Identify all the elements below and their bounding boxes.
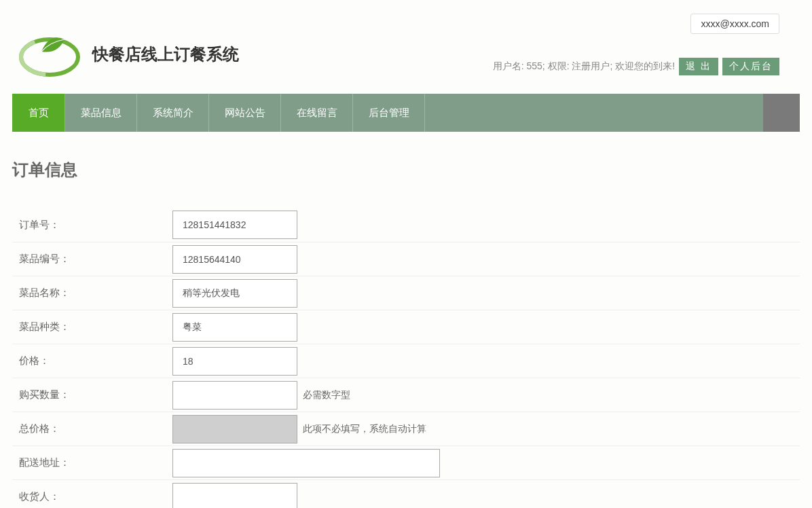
nav-home[interactable]: 首页 [12, 94, 65, 132]
label-price: 价格： [12, 355, 172, 367]
nav-site-notice[interactable]: 网站公告 [209, 94, 281, 132]
label-total: 总价格： [12, 422, 172, 435]
label-qty: 购买数量： [12, 388, 172, 401]
site-title: 快餐店线上订餐系统 [92, 43, 239, 65]
leaf-logo-icon [16, 27, 84, 81]
input-order-no[interactable] [172, 211, 297, 239]
input-receiver[interactable] [172, 483, 297, 509]
input-qty[interactable] [172, 381, 297, 410]
nav-online-message[interactable]: 在线留言 [281, 94, 353, 132]
personal-backend-button[interactable]: 个人后台 [722, 58, 779, 75]
header: 快餐店线上订餐系统 用户名: 555; 权限: 注册用户; 欢迎您的到来! 退 … [12, 27, 800, 81]
input-total [172, 415, 297, 443]
nav-admin[interactable]: 后台管理 [353, 94, 425, 132]
input-address[interactable] [172, 449, 440, 477]
label-dish-name: 菜品名称： [12, 287, 172, 300]
logout-button[interactable]: 退 出 [679, 58, 718, 75]
user-info-text: 用户名: 555; 权限: 注册用户; 欢迎您的到来! [493, 60, 675, 73]
input-dish-name[interactable] [172, 279, 297, 308]
order-form: 订单号： 菜品编号： 菜品名称： 菜品种类： 价格： 购买数量： 必需数字型 总… [12, 208, 800, 508]
input-dish-type[interactable] [172, 313, 297, 342]
hint-total: 此项不必填写，系统自动计算 [303, 423, 426, 435]
hint-qty: 必需数字型 [303, 389, 350, 401]
nav-system-intro[interactable]: 系统简介 [137, 94, 209, 132]
page-title: 订单信息 [12, 159, 800, 181]
header-right: 用户名: 555; 权限: 注册用户; 欢迎您的到来! 退 出 个人后台 [493, 58, 779, 75]
label-receiver: 收货人： [12, 490, 172, 503]
label-address: 配送地址： [12, 456, 172, 469]
label-order-no: 订单号： [12, 219, 172, 232]
nav-dish-info[interactable]: 菜品信息 [65, 94, 137, 132]
logo [12, 24, 87, 85]
nav-tail [763, 94, 800, 132]
main-nav: 首页 菜品信息 系统简介 网站公告 在线留言 后台管理 [12, 94, 800, 132]
label-dish-type: 菜品种类： [12, 321, 172, 333]
input-price[interactable] [172, 347, 297, 376]
label-dish-no: 菜品编号： [12, 253, 172, 266]
input-dish-no[interactable] [172, 245, 297, 274]
